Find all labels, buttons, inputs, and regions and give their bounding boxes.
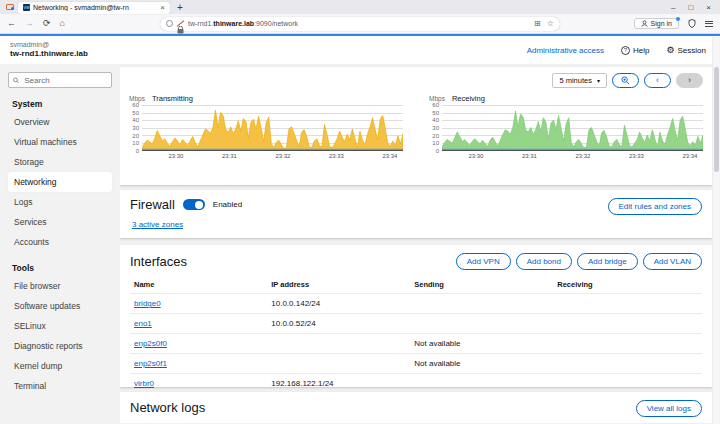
add-vpn-button[interactable]: Add VPN xyxy=(456,253,511,270)
insecure-lock-icon[interactable] xyxy=(177,20,184,28)
url-text: tw-rnd1.thinware.lab:9090/network xyxy=(188,20,530,27)
active-zones-link[interactable]: 3 active zones xyxy=(132,220,183,229)
sidebar-item-terminal[interactable]: Terminal xyxy=(8,376,112,396)
sidebar-section-system: System xyxy=(12,99,108,109)
interface-receiving xyxy=(553,294,702,314)
zoom-in-icon xyxy=(621,76,630,85)
interface-link[interactable]: bridge0 xyxy=(134,299,161,308)
window-close-icon[interactable]: × xyxy=(706,3,711,12)
sidebar-item-storage[interactable]: Storage xyxy=(8,152,112,172)
x-axis-labels: 23:3023:3123:3223:3323:34 xyxy=(442,151,703,161)
add-vlan-button[interactable]: Add VLAN xyxy=(643,253,702,270)
sidebar-item-networking[interactable]: Networking xyxy=(8,172,112,192)
interface-ip xyxy=(267,354,410,374)
firefox-view-icon[interactable] xyxy=(2,1,18,13)
browser-tab[interactable]: VM Networking - svmadmin@tw-rn × xyxy=(18,2,170,14)
sidebar-item-diagnostic-reports[interactable]: Diagnostic reports xyxy=(8,336,112,356)
firewall-title: Firewall xyxy=(130,197,175,212)
interface-ip: 192.168.122.1/24 xyxy=(267,374,410,394)
home-icon[interactable]: ⌂ xyxy=(60,19,65,28)
masthead-host: tw-rnd1.thinware.lab xyxy=(10,49,88,59)
reader-actions-icon[interactable]: ⊞ xyxy=(534,19,541,28)
chevron-down-icon: ▾ xyxy=(597,77,600,84)
sidebar-item-services[interactable]: Services xyxy=(8,212,112,232)
tab-title: Networking - svmadmin@tw-rn xyxy=(33,4,157,11)
interface-sending: Not available xyxy=(410,334,553,354)
sidebar-item-software-updates[interactable]: Software updates xyxy=(8,296,112,316)
edit-rules-zones-button[interactable]: Edit rules and zones xyxy=(608,198,703,215)
back-icon[interactable]: ← xyxy=(7,19,16,28)
sign-in-button[interactable]: Sign in xyxy=(634,18,679,29)
x-axis-labels: 23:3023:3123:3223:3323:34 xyxy=(142,151,403,161)
interface-receiving xyxy=(553,354,702,374)
interface-ip xyxy=(267,334,410,354)
window-minimize-icon[interactable]: – xyxy=(671,3,675,12)
interface-link[interactable]: enp2s0f1 xyxy=(134,359,167,368)
chevron-right-icon: › xyxy=(688,76,691,85)
interface-link[interactable]: virbr0 xyxy=(134,379,154,388)
search-icon xyxy=(13,77,19,84)
new-tab-button[interactable]: + xyxy=(177,2,183,13)
browser-window: VM Networking - svmadmin@tw-rn × + – □ ×… xyxy=(0,0,720,424)
view-all-logs-button[interactable]: View all logs xyxy=(636,400,702,417)
chart-title: Transmitting xyxy=(152,94,193,103)
sidebar-item-overview[interactable]: Overview xyxy=(8,112,112,132)
reload-icon[interactable]: ⟳ xyxy=(43,19,51,28)
y-axis-unit: Mbps xyxy=(129,95,145,102)
interfaces-title: Interfaces xyxy=(130,254,187,269)
masthead: svmadmin@ tw-rnd1.thinware.lab Administr… xyxy=(0,36,720,64)
firewall-card: Firewall Enabled 3 active zones Edit rul… xyxy=(120,190,712,238)
interface-sending xyxy=(410,314,553,334)
interval-select[interactable]: 5 minutes ▾ xyxy=(552,73,607,88)
transmitting-chart: Mbps Transmitting 0102030405060 23:3023:… xyxy=(129,94,403,161)
sidebar-item-logs[interactable]: Logs xyxy=(8,192,112,212)
previous-range-button[interactable]: ‹ xyxy=(644,73,671,88)
interface-link[interactable]: eno1 xyxy=(134,319,152,328)
network-graphs-card: 5 minutes ▾ ‹ › Mbps Transmitting xyxy=(120,67,712,185)
administrative-access-link[interactable]: Administrative access xyxy=(527,46,604,55)
interface-link[interactable]: enp2s0f0 xyxy=(134,339,167,348)
sidebar-item-file-browser[interactable]: File browser xyxy=(8,276,112,296)
shield-icon[interactable] xyxy=(688,19,696,28)
interface-receiving xyxy=(553,314,702,334)
permissions-icon[interactable] xyxy=(166,20,173,27)
sidebar-search[interactable] xyxy=(8,72,112,88)
help-icon: ? xyxy=(621,46,630,55)
cockpit-favicon-icon: VM xyxy=(23,4,30,11)
table-row: bridge0 10.0.0.142/24 xyxy=(130,294,702,314)
window-maximize-icon[interactable]: □ xyxy=(688,3,693,12)
session-menu[interactable]: ⚙ Session xyxy=(666,45,706,55)
interface-receiving xyxy=(553,334,702,354)
browser-navbar: ← → ⟳ ⌂ tw-rnd1.thinware.lab:9090/networ… xyxy=(0,14,720,34)
add-bridge-button[interactable]: Add bridge xyxy=(577,253,638,270)
interface-ip: 10.0.0.142/24 xyxy=(267,294,410,314)
plot-area[interactable] xyxy=(442,105,703,151)
sidebar-item-accounts[interactable]: Accounts xyxy=(8,232,112,252)
interface-receiving xyxy=(553,374,702,394)
tab-close-icon[interactable]: × xyxy=(160,3,165,12)
host-switcher[interactable]: svmadmin@ tw-rnd1.thinware.lab xyxy=(10,41,88,60)
column-header-ip: IP address xyxy=(267,277,410,294)
sidebar-item-virtual-machines[interactable]: Virtual machines xyxy=(8,132,112,152)
forward-icon[interactable]: → xyxy=(25,19,34,28)
next-range-button[interactable]: › xyxy=(676,73,703,88)
firewall-toggle[interactable] xyxy=(183,199,205,210)
search-input[interactable] xyxy=(22,75,107,86)
bookmark-star-icon[interactable]: ☆ xyxy=(547,19,554,28)
add-bond-button[interactable]: Add bond xyxy=(516,253,572,270)
column-header-sending: Sending xyxy=(410,277,553,294)
scrollbar-thumb[interactable] xyxy=(714,67,719,172)
gear-icon: ⚙ xyxy=(666,45,674,55)
sidebar-item-selinux[interactable]: SELinux xyxy=(8,316,112,336)
zoom-in-button[interactable] xyxy=(612,73,639,88)
menu-icon[interactable] xyxy=(705,21,713,27)
chart-title: Receiving xyxy=(452,94,485,103)
sidebar-item-kernel-dump[interactable]: Kernel dump xyxy=(8,356,112,376)
main-content: 5 minutes ▾ ‹ › Mbps Transmitting xyxy=(120,64,720,423)
interface-ip: 10.0.0.52/24 xyxy=(267,314,410,334)
url-bar[interactable]: tw-rnd1.thinware.lab:9090/network ⊞ ☆ xyxy=(160,17,560,31)
help-menu[interactable]: ? Help xyxy=(621,46,649,55)
page-scrollbar[interactable] xyxy=(712,37,720,424)
plot-area[interactable] xyxy=(142,105,403,151)
interface-sending xyxy=(410,374,553,394)
